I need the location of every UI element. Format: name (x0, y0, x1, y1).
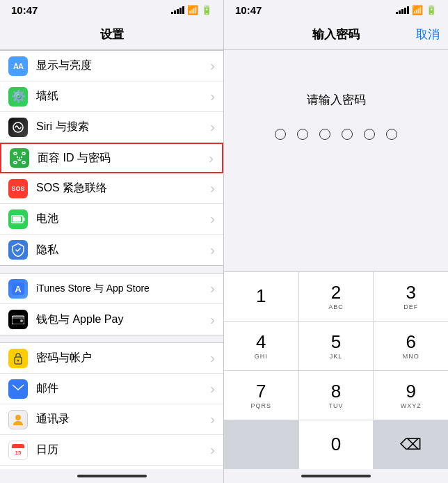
chevron-icon (209, 150, 214, 166)
passcode-title: 输入密码 (312, 26, 360, 42)
num-key-3[interactable]: 3 DEF (374, 272, 448, 321)
passcode-cancel-button[interactable]: 取消 (416, 26, 440, 42)
num-main-5: 5 (331, 332, 341, 352)
num-key-1[interactable]: 1 (224, 272, 298, 321)
passcode-panel: 10:47 📶 🔋 输入密码 取消 请输入密码 (224, 0, 448, 483)
chevron-icon (210, 312, 215, 328)
svg-rect-7 (24, 217, 25, 221)
chevron-icon (210, 280, 215, 296)
wifi-icon: 📶 (187, 5, 198, 15)
sos-label: SOS 紧急联络 (36, 181, 210, 196)
settings-item-wallet[interactable]: 钱包与 Apple Pay (0, 304, 223, 335)
settings-item-calendar[interactable]: 15 日历 (0, 435, 223, 466)
chevron-icon (210, 411, 215, 427)
num-key-6[interactable]: 6 MNO (374, 322, 448, 370)
settings-item-privacy[interactable]: 隐私 (0, 235, 223, 265)
contacts-icon (8, 410, 28, 429)
display-label: 显示与亮度 (36, 58, 210, 73)
signal-icon (171, 6, 184, 14)
faceid-icon (10, 148, 29, 168)
svg-point-15 (17, 359, 19, 361)
num-main-6: 6 (406, 332, 415, 352)
settings-item-display[interactable]: AA 显示与亮度 (0, 51, 223, 81)
settings-item-notes[interactable]: 备忘录 (0, 466, 223, 469)
passcode-dot-5 (364, 129, 375, 140)
num-key-7[interactable]: 7 PQRS (224, 371, 298, 420)
settings-item-wallpaper[interactable]: ⚙️ 墙纸 (0, 81, 223, 112)
passcode-nav: 输入密码 取消 (224, 19, 448, 50)
right-status-bar: 10:47 📶 🔋 (224, 0, 448, 19)
itunes-label: iTunes Store 与 App Store (36, 283, 210, 295)
settings-section-2: A iTunes Store 与 App Store 钱包与 Apple Pay (0, 273, 223, 335)
settings-item-sos[interactable]: SOS SOS 紧急联络 (0, 173, 223, 204)
passcode-prompt: 请输入密码 (307, 92, 366, 108)
num-main-1: 1 (256, 286, 266, 306)
svg-point-13 (20, 319, 23, 322)
passwords-icon (8, 349, 28, 368)
wallpaper-label: 墙纸 (36, 89, 210, 104)
settings-item-itunes[interactable]: A iTunes Store 与 App Store (0, 274, 223, 304)
left-home-bar (0, 469, 223, 483)
left-status-icons: 📶 🔋 (171, 5, 212, 15)
chevron-icon (210, 88, 215, 104)
num-main-0: 0 (331, 434, 341, 454)
svg-text:A: A (15, 284, 22, 294)
mail-icon (8, 379, 28, 399)
right-home-bar (224, 469, 448, 483)
num-main-8: 8 (331, 381, 341, 402)
passwords-label: 密码与帐户 (36, 351, 210, 365)
svg-rect-1 (14, 152, 17, 155)
passcode-dot-4 (342, 129, 353, 140)
chevron-icon (210, 211, 215, 227)
contacts-label: 通讯录 (36, 412, 210, 427)
settings-list: AA 显示与亮度 ⚙️ 墙纸 Siri 与搜索 (0, 50, 223, 469)
settings-item-passwords[interactable]: 密码与帐户 (0, 343, 223, 374)
settings-section-3: 密码与帐户 邮件 (0, 342, 223, 469)
settings-panel: 10:47 📶 🔋 设置 AA 显示与亮度 ⚙️ (0, 0, 223, 483)
chevron-icon (210, 242, 215, 258)
settings-item-siri[interactable]: Siri 与搜索 (0, 112, 223, 143)
svg-point-17 (15, 415, 21, 420)
num-key-5[interactable]: 5 JKL (299, 322, 374, 370)
svg-rect-8 (13, 216, 21, 221)
mail-label: 邮件 (36, 381, 210, 396)
num-main-3: 3 (406, 283, 415, 303)
right-status-icons: 📶 🔋 (396, 5, 437, 15)
svg-rect-4 (22, 161, 25, 164)
num-sub-8: TUV (328, 402, 343, 409)
faceid-label: 面容 ID 与密码 (38, 151, 209, 166)
num-key-delete[interactable]: ⌫ (374, 420, 448, 469)
right-wifi-icon: 📶 (412, 5, 423, 15)
num-key-0[interactable]: 0 (299, 420, 374, 469)
num-key-2[interactable]: 2 ABC (299, 272, 374, 321)
settings-item-contacts[interactable]: 通讯录 (0, 404, 223, 435)
svg-rect-20 (12, 446, 24, 448)
chevron-icon (210, 119, 215, 135)
battery-icon: 🔋 (201, 5, 212, 15)
num-key-8[interactable]: 8 TUV (299, 371, 374, 420)
settings-item-faceid[interactable]: 面容 ID 与密码 (0, 143, 223, 173)
right-signal-icon (396, 6, 409, 14)
num-sub-3: DEF (403, 303, 418, 310)
num-key-9[interactable]: 9 WXYZ (374, 371, 448, 420)
num-sub-6: MNO (403, 353, 419, 360)
passcode-dot-3 (319, 129, 330, 140)
svg-rect-3 (14, 161, 17, 164)
siri-label: Siri 与搜索 (36, 120, 210, 134)
num-main-9: 9 (406, 381, 415, 402)
svg-rect-12 (12, 316, 24, 319)
left-time: 10:47 (11, 4, 38, 16)
settings-item-mail[interactable]: 邮件 (0, 374, 223, 404)
itunes-icon: A (8, 279, 28, 299)
num-key-4[interactable]: 4 GHI (224, 322, 298, 370)
num-key-empty (224, 420, 298, 469)
privacy-label: 隐私 (36, 243, 210, 258)
siri-icon (8, 118, 28, 137)
settings-nav-title: 设置 (0, 19, 223, 50)
calendar-icon: 15 (8, 441, 28, 460)
chevron-icon (210, 180, 215, 196)
wallpaper-icon: ⚙️ (8, 87, 28, 106)
settings-item-battery[interactable]: 电池 (0, 204, 223, 235)
chevron-icon (210, 58, 215, 74)
right-home-indicator (301, 475, 371, 477)
